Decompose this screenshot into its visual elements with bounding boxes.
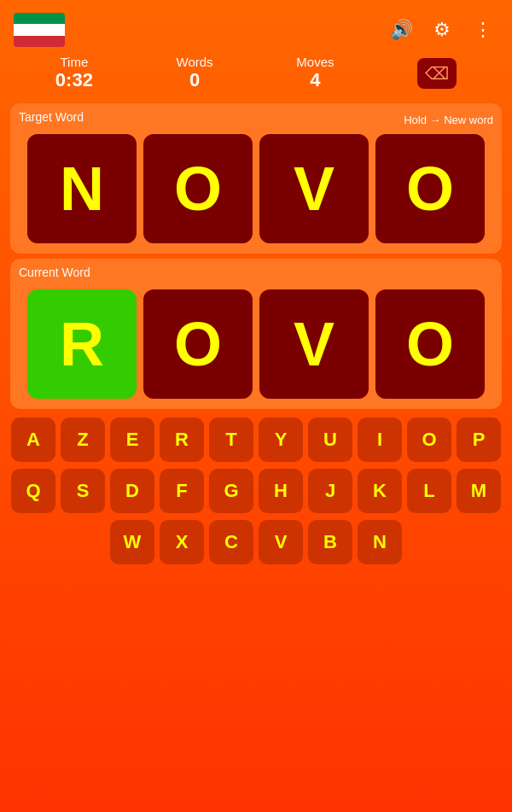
key-v[interactable]: V — [259, 520, 303, 564]
current-tile-1[interactable]: O — [143, 289, 253, 399]
key-e[interactable]: E — [110, 418, 154, 462]
key-k[interactable]: K — [358, 469, 402, 513]
target-tiles-row: N O V O — [19, 134, 493, 243]
key-o[interactable]: O — [407, 418, 451, 462]
target-section-top: Target Word Hold → New word — [19, 110, 493, 129]
moves-label: Moves — [296, 55, 334, 69]
key-x[interactable]: X — [160, 520, 204, 564]
target-tile-2: V — [259, 134, 369, 243]
current-tile-3[interactable]: O — [375, 289, 485, 399]
more-icon: ⋮ — [474, 19, 492, 41]
keyboard: A Z E R T Y U I O P Q S D F G H J K L M … — [10, 418, 502, 564]
key-g[interactable]: G — [209, 469, 253, 513]
key-z[interactable]: Z — [61, 418, 105, 462]
key-s[interactable]: S — [61, 469, 105, 513]
target-tile-1: O — [143, 134, 253, 243]
key-h[interactable]: H — [259, 469, 303, 513]
key-a[interactable]: A — [11, 418, 55, 462]
back-button[interactable]: ⌫ — [417, 58, 457, 89]
time-stat: Time 0:32 — [55, 55, 93, 91]
time-label: Time — [60, 55, 88, 69]
current-tile-2[interactable]: V — [259, 289, 369, 399]
key-m[interactable]: M — [457, 469, 501, 513]
key-w[interactable]: W — [110, 520, 154, 564]
key-f[interactable]: F — [160, 469, 204, 513]
flag-green-stripe — [14, 13, 65, 24]
target-tile-0: N — [27, 134, 137, 243]
key-b[interactable]: B — [308, 520, 352, 564]
current-word-section: Current Word R O V O — [10, 259, 502, 409]
target-word-section: Target Word Hold → New word N O V O — [10, 103, 502, 254]
key-q[interactable]: Q — [11, 469, 55, 513]
volume-button[interactable]: 🔊 — [386, 15, 416, 45]
current-word-label: Current Word — [19, 266, 90, 279]
key-i[interactable]: I — [358, 418, 402, 462]
time-value: 0:32 — [55, 69, 93, 91]
keyboard-row-2: Q S D F G H J K L M — [10, 469, 502, 513]
flag — [14, 13, 65, 47]
words-value: 0 — [189, 69, 200, 91]
key-r[interactable]: R — [160, 418, 204, 462]
key-j[interactable]: J — [308, 469, 352, 513]
moves-value: 4 — [310, 69, 320, 91]
current-tiles-row: R O V O — [19, 289, 493, 399]
header: 🔊 ⚙ ⋮ — [0, 0, 512, 51]
gear-icon: ⚙ — [433, 19, 451, 41]
more-button[interactable]: ⋮ — [468, 15, 498, 45]
key-d[interactable]: D — [110, 469, 154, 513]
settings-button[interactable]: ⚙ — [427, 15, 457, 45]
key-t[interactable]: T — [209, 418, 253, 462]
back-icon: ⌫ — [425, 63, 449, 84]
target-tile-3: O — [375, 134, 485, 243]
current-tile-0[interactable]: R — [27, 289, 137, 399]
key-n[interactable]: N — [358, 520, 402, 564]
header-icons: 🔊 ⚙ ⋮ — [386, 15, 498, 45]
words-stat: Words 0 — [177, 55, 213, 91]
keyboard-row-1: A Z E R T Y U I O P — [10, 418, 502, 462]
key-p[interactable]: P — [457, 418, 501, 462]
flag-white-stripe — [14, 24, 65, 35]
volume-icon: 🔊 — [390, 19, 413, 41]
key-l[interactable]: L — [407, 469, 451, 513]
key-c[interactable]: C — [209, 520, 253, 564]
flag-red-stripe — [14, 36, 65, 47]
key-y[interactable]: Y — [259, 418, 303, 462]
keyboard-row-3: W X C V B N — [10, 520, 502, 564]
words-label: Words — [177, 55, 213, 69]
current-section-top: Current Word — [19, 266, 493, 284]
target-word-label: Target Word — [19, 110, 84, 124]
new-word-hint: Hold → New word — [404, 114, 493, 126]
key-u[interactable]: U — [308, 418, 352, 462]
stats-row: Time 0:32 Words 0 Moves 4 ⌫ — [0, 51, 512, 98]
moves-stat: Moves 4 — [296, 55, 334, 91]
